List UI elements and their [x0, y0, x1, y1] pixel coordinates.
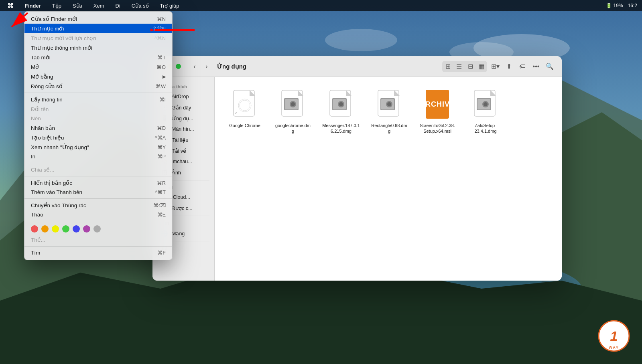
sidebar-label-apps: Ứng dụ...	[172, 115, 193, 121]
menubar-xem[interactable]: Xem	[91, 2, 107, 10]
menu-tags-colors	[24, 223, 172, 235]
menu-sep-2	[24, 163, 172, 163]
chrome-app-icon: ⤢	[233, 90, 257, 118]
menubar: ⌘ Finder Tệp Sửa Xem Đi Cửa số Trợ giúp …	[0, 0, 642, 11]
menu-share[interactable]: Chia sẻ...	[24, 165, 172, 174]
group-by-btn[interactable]: ⊞▾	[490, 61, 501, 72]
file-label: googlechrome.dmg	[274, 123, 312, 134]
svg-text:⤢: ⤢	[234, 111, 237, 115]
file-item[interactable]: Rectangle0.68.dmg	[367, 85, 411, 138]
menubar-trogiup[interactable]: Trợ giúp	[158, 2, 182, 10]
menubar-tep[interactable]: Tệp	[50, 2, 64, 10]
svg-text:1: 1	[610, 328, 618, 344]
menubar-cuaso[interactable]: Cửa số	[129, 2, 151, 10]
sidebar-label-network: Mạng	[172, 231, 185, 237]
menu-find[interactable]: Tìm ⌘F	[24, 248, 172, 257]
tag-green[interactable]	[62, 225, 69, 233]
svg-point-10	[325, 29, 397, 51]
menubar-finder[interactable]: Finder	[22, 2, 43, 10]
menu-close[interactable]: Đóng cửa số ⌘W	[24, 81, 172, 91]
sidebar-label-documents: Tài liệu	[172, 137, 188, 143]
sidebar-label-recents: Gần đây	[172, 105, 191, 111]
finder-toolbar-right: ⊞ ☰ ⊟ ▦ ⊞▾ ⬆ 🏷 ••• 🔍	[442, 61, 555, 72]
finder-main: ⤢ Google Chrome googlech	[215, 77, 562, 281]
file-item[interactable]: ⤢ Google Chrome	[223, 85, 267, 138]
menu-new-smart-folder[interactable]: Thư mục thông minh mới	[24, 43, 172, 53]
menu-duplicate[interactable]: Nhân bản ⌘D	[24, 123, 172, 133]
tag-blue[interactable]	[73, 225, 80, 233]
finder-window: ‹ › Ứng dụng ⊞ ☰ ⊟ ▦ ⊞▾ ⬆ 🏷 ••• 🔍 Mục ưa…	[152, 56, 562, 281]
tag-purple[interactable]	[83, 225, 90, 233]
menu-add-sidebar[interactable]: Thêm vào Thanh bên ^⌘T	[24, 188, 172, 197]
column-view-btn[interactable]: ⊟	[465, 61, 476, 72]
finder-dropdown-menu: Cửa sổ Finder mới ⌘N Thư mục mới ⇧⌘N Thư…	[24, 11, 173, 260]
file-label: Messenger.187.0.16.215.dmg	[322, 123, 360, 134]
menu-compress[interactable]: Nén	[24, 114, 172, 123]
svg-point-31	[339, 102, 343, 106]
menubar-di[interactable]: Đi	[113, 2, 123, 10]
menu-get-info[interactable]: Lấy thông tin ⌘I	[24, 95, 172, 104]
menu-rename[interactable]: Đổi tên	[24, 104, 172, 114]
menu-show-original[interactable]: Hiển thị bản gốc ⌘R	[24, 178, 172, 188]
menu-trash[interactable]: Chuyển vào Thùng rác ⌘⌫	[24, 200, 172, 210]
svg-line-12	[12, 13, 28, 27]
menubar-left: ⌘ Finder Tệp Sửa Xem Đi Cửa số Trợ giúp	[5, 1, 182, 10]
file-item[interactable]: ZaloSetup-23.4.1.dmg	[463, 85, 508, 138]
file-item[interactable]: Messenger.187.0.16.215.dmg	[319, 85, 363, 138]
menubar-icons: 🔋 19%	[606, 3, 623, 8]
menu-new-window[interactable]: Cửa sổ Finder mới ⌘N	[24, 14, 172, 24]
forward-button[interactable]: ›	[201, 61, 212, 72]
tag-red[interactable]	[31, 225, 38, 233]
svg-point-25	[291, 102, 295, 106]
sidebar-label-downloads: Tải về	[172, 148, 186, 154]
svg-point-43	[484, 102, 488, 106]
menu-print[interactable]: In ⌘P	[24, 152, 172, 161]
more-btn[interactable]: •••	[530, 61, 542, 72]
menu-open[interactable]: Mở ⌘O	[24, 62, 172, 72]
menubar-sua[interactable]: Sửa	[70, 2, 85, 10]
svg-point-17	[238, 99, 251, 112]
arrow-left-annotation	[6, 9, 30, 33]
file-label: Google Chrome	[229, 123, 260, 128]
file-item[interactable]: googlechrome.dmg	[271, 85, 315, 138]
tag-gray[interactable]	[93, 225, 101, 233]
finder-content: Mục ưa thích 📡 AirDrop 🕐 Gần đây 📱 Ứng d…	[152, 77, 562, 281]
back-button[interactable]: ‹	[189, 61, 200, 72]
menu-tags-label[interactable]: Thẻ...	[24, 235, 172, 245]
menu-new-tab[interactable]: Tab mới ⌘T	[24, 53, 172, 62]
watermark-text: WAY	[598, 346, 630, 350]
sidebar-label-shared: Được c...	[172, 205, 192, 211]
menu-eject[interactable]: Tháo ⌘E	[24, 210, 172, 219]
menu-sep-6	[24, 246, 172, 247]
gallery-view-btn[interactable]: ▦	[476, 61, 487, 72]
menu-sep-3	[24, 176, 172, 176]
menu-new-folder-selection[interactable]: Thư mục mới với lựa chọn ^⌘N	[24, 33, 172, 43]
icon-view-btn[interactable]: ⊞	[442, 61, 453, 72]
nav-buttons: ‹ ›	[189, 61, 212, 72]
file-label: Rectangle0.68.dmg	[370, 123, 408, 134]
menu-quicklook[interactable]: Xem nhanh "Ứng dụng" ⌘Y	[24, 142, 172, 152]
file-icon	[471, 88, 500, 120]
maximize-button[interactable]	[176, 64, 181, 69]
share-btn[interactable]: ⬆	[503, 61, 514, 72]
file-icon	[327, 88, 355, 120]
menu-open-with[interactable]: Mở bằng ▶	[24, 72, 172, 81]
finder-titlebar: ‹ › Ứng dụng ⊞ ☰ ⊟ ▦ ⊞▾ ⬆ 🏷 ••• 🔍	[152, 56, 562, 77]
sidebar-label-home: imchau...	[172, 159, 192, 164]
finder-window-title: Ứng dụng	[217, 63, 246, 70]
tag-btn[interactable]: 🏷	[517, 61, 528, 72]
zalo-dmg-icon	[473, 90, 498, 118]
file-label: ScreenToGif.2.38.Setup.x64.msi	[419, 123, 456, 134]
tag-orange[interactable]	[41, 225, 49, 233]
list-view-btn[interactable]: ☰	[453, 61, 465, 72]
sidebar-label-icloud: iCloud...	[172, 194, 190, 200]
search-btn[interactable]: 🔍	[544, 61, 555, 72]
file-label: ZaloSetup-23.4.1.dmg	[467, 123, 504, 134]
svg-point-37	[387, 102, 391, 106]
menu-sep-1	[24, 93, 172, 93]
menu-new-folder[interactable]: Thư mục mới ⇧⌘N	[24, 24, 172, 33]
tag-yellow[interactable]	[52, 225, 59, 233]
menu-alias[interactable]: Tạo biệt hiệu ^⌘A	[24, 133, 172, 142]
file-icon: ⤢	[231, 88, 259, 120]
file-item[interactable]: ARCHIVE ScreenToGif.2.38.Setup.x64.msi	[415, 85, 459, 138]
